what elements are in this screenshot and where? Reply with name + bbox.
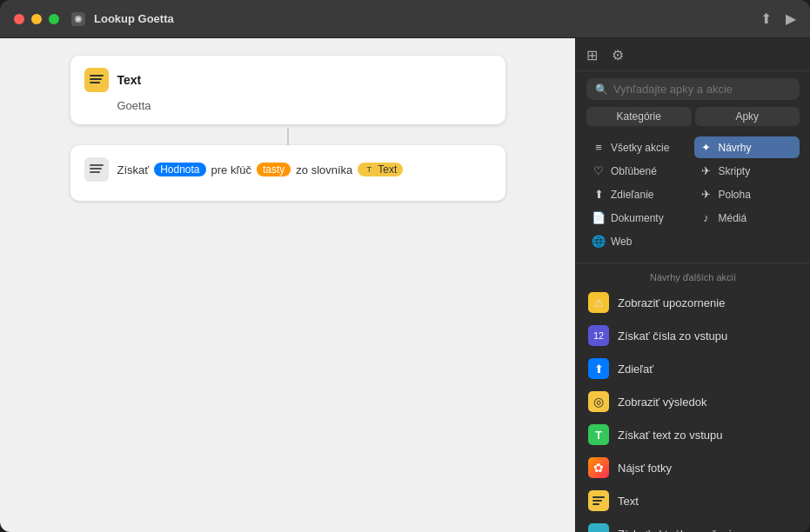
- sidebar: ⊞ ⚙ 🔍 Kategórie Apky ≡ Všetky akcie: [575, 38, 810, 532]
- svg-rect-4: [90, 78, 102, 80]
- sug-text-label: Text: [618, 495, 639, 508]
- cat-web[interactable]: 🌐 Web: [586, 230, 693, 252]
- cat-navrhy-label: Návrhy: [719, 142, 752, 154]
- sug-text-in-icon: T: [588, 424, 609, 445]
- text-block-header: Text: [84, 68, 492, 92]
- sug-share-icon: ⬆: [588, 358, 609, 379]
- sug-zobrazit-vysledok[interactable]: ◎ Zobraziť výsledok: [576, 385, 810, 418]
- sug-num-label: Získať čísla zo vstupu: [618, 329, 727, 342]
- cat-vsetky-label: Všetky akcie: [611, 142, 669, 154]
- cat-media-icon: ♪: [700, 211, 713, 224]
- svg-rect-5: [90, 82, 100, 83]
- sug-result-icon: ◎: [588, 391, 609, 412]
- sug-weather-label: Získať aktuálne počasie: [618, 528, 738, 533]
- sug-text-icon: [588, 490, 609, 511]
- cat-zdielanie-label: Zdieľanie: [611, 189, 654, 201]
- sidebar-top: ⊞ ⚙: [576, 38, 810, 71]
- svg-rect-6: [90, 164, 104, 166]
- text-block[interactable]: Text Goetta: [70, 56, 505, 124]
- sug-text[interactable]: Text: [576, 484, 810, 517]
- get-value-block[interactable]: Získať Hodnota pre kľúč tasty zo slovník…: [70, 145, 505, 201]
- sug-share-label: Zdieľať: [618, 362, 653, 376]
- svg-rect-9: [592, 496, 605, 498]
- sug-warn-icon: ⚠: [588, 292, 609, 313]
- sug-zobrazit-upozornenie[interactable]: ⚠ Zobraziť upozornenie: [576, 286, 810, 319]
- search-bar: 🔍: [586, 78, 800, 100]
- library-icon[interactable]: ⊞: [586, 47, 598, 63]
- cat-oblubene-icon: ♡: [592, 164, 606, 177]
- category-tabs: Kategórie Apky: [576, 107, 810, 133]
- suggestions-header: Návrhy ďalších akcií: [576, 267, 810, 286]
- sug-ziskat-text[interactable]: T Získať text zo vstupu: [576, 418, 810, 451]
- cat-media[interactable]: ♪ Médiá: [694, 207, 800, 229]
- cat-dokumenty-icon: 📄: [592, 211, 606, 224]
- text-block-value: Goetta: [84, 99, 492, 112]
- cat-zdielanie-icon: ⬆: [592, 188, 606, 201]
- close-button[interactable]: [14, 14, 24, 24]
- sug-pocasie[interactable]: ☁ Získať aktuálne počasie: [576, 517, 810, 532]
- svg-rect-3: [90, 75, 104, 76]
- token-hodnota[interactable]: Hodnota: [154, 163, 205, 176]
- titlebar: Lookup Goetta ⬆ ▶: [0, 0, 810, 38]
- svg-rect-8: [90, 171, 100, 173]
- sug-photos-icon: ✿: [588, 457, 609, 478]
- text-block-title: Text: [117, 73, 142, 87]
- sug-text-in-label: Získať text zo vstupu: [618, 429, 722, 442]
- window-title: Lookup Goetta: [94, 12, 760, 25]
- sug-weather-icon: ☁: [588, 523, 609, 532]
- sug-photos-label: Nájsť fotky: [618, 462, 672, 475]
- tab-kategorie[interactable]: Kategórie: [586, 107, 692, 126]
- titlebar-actions: ⬆ ▶: [760, 10, 796, 27]
- cat-skripty[interactable]: ✈ Skripty: [694, 160, 800, 182]
- get-value-text1: Získať: [117, 163, 150, 176]
- cat-media-label: Médiá: [719, 212, 747, 224]
- token-tasty[interactable]: tasty: [257, 163, 291, 176]
- sug-result-label: Zobraziť výsledok: [618, 396, 706, 409]
- cat-dokumenty[interactable]: 📄 Dokumenty: [586, 207, 693, 229]
- divider: [576, 263, 810, 263]
- get-value-text2: pre kľúč: [211, 163, 251, 176]
- cat-poloha-icon: ✈: [700, 188, 713, 201]
- share-icon[interactable]: ⬆: [760, 10, 772, 27]
- sug-warn-label: Zobraziť upozornenie: [618, 296, 725, 309]
- traffic-lights: [14, 14, 59, 24]
- cat-poloha[interactable]: ✈ Poloha: [694, 183, 800, 205]
- sug-num-icon: 12: [588, 325, 609, 346]
- svg-rect-10: [592, 500, 602, 502]
- svg-rect-7: [90, 168, 102, 170]
- token-text[interactable]: T Text: [358, 163, 403, 176]
- cat-poloha-label: Poloha: [719, 189, 751, 201]
- search-input[interactable]: [613, 83, 791, 96]
- cat-dokumenty-label: Dokumenty: [611, 212, 664, 224]
- filter-icon[interactable]: ⚙: [612, 47, 624, 63]
- cat-skripty-label: Skripty: [719, 165, 751, 177]
- get-value-row: Získať Hodnota pre kľúč tasty zo slovník…: [117, 163, 404, 176]
- tab-apky[interactable]: Apky: [695, 107, 800, 126]
- canvas-area: Text Goetta Získať: [0, 38, 575, 532]
- connector: [287, 128, 289, 145]
- cat-navrhy-icon: ✦: [700, 141, 713, 154]
- get-value-icon: [84, 157, 109, 182]
- app-icon: [70, 10, 87, 28]
- get-value-header: Získať Hodnota pre kľúč tasty zo slovník…: [84, 157, 492, 182]
- suggestions-list: ⚠ Zobraziť upozornenie 12 Získať čísla z…: [576, 286, 810, 532]
- cat-vsetky[interactable]: ≡ Všetky akcie: [586, 136, 693, 158]
- get-value-text3: zo slovníka: [296, 163, 352, 176]
- sug-ziskat-cisla[interactable]: 12 Získať čísla zo vstupu: [576, 319, 810, 352]
- cat-navrhy[interactable]: ✦ Návrhy: [694, 136, 800, 158]
- category-list: ≡ Všetky akcie ✦ Návrhy ♡ Obľúbené ✈ Skr…: [576, 133, 810, 259]
- cat-web-icon: 🌐: [592, 235, 606, 248]
- fullscreen-button[interactable]: [49, 14, 59, 24]
- play-icon[interactable]: ▶: [786, 10, 796, 27]
- cat-oblubene-label: Obľúbené: [611, 165, 657, 177]
- search-icon: 🔍: [595, 83, 608, 96]
- svg-rect-11: [592, 503, 599, 505]
- cat-zdielanie[interactable]: ⬆ Zdieľanie: [586, 183, 693, 205]
- sug-najst-fotky[interactable]: ✿ Nájsť fotky: [576, 451, 810, 484]
- main-content: Text Goetta Získať: [0, 38, 810, 532]
- minimize-button[interactable]: [31, 14, 42, 24]
- main-window: Lookup Goetta ⬆ ▶ Text: [0, 0, 810, 532]
- cat-oblubene[interactable]: ♡ Obľúbené: [586, 160, 693, 182]
- sug-zdielat[interactable]: ⬆ Zdieľať: [576, 352, 810, 385]
- text-block-icon: [84, 68, 109, 92]
